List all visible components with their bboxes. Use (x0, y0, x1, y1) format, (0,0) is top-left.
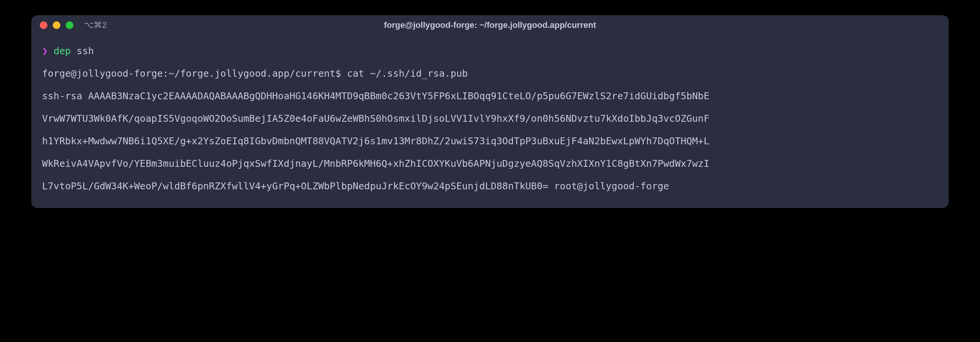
shell-prompt-line: forge@jollygood-forge:~/forge.jollygood.… (42, 67, 938, 80)
output-line: L7vtoP5L/GdW34K+WeoP/wldBf6pnRZXfwllV4+y… (42, 179, 938, 193)
close-icon[interactable] (40, 21, 47, 29)
output-line: WkReivA4VApvfVo/YEBm3muibECluuz4oPjqxSwf… (42, 157, 938, 170)
window-title: forge@jollygood-forge: ~/forge.jollygood… (384, 20, 596, 30)
output-line: h1YRbkx+Mwdww7NB6i1Q5XE/g+x2YsZoEIq8IGbv… (42, 134, 938, 148)
command-arg: ssh (76, 45, 94, 56)
titlebar: ⌥⌘2 forge@jollygood-forge: ~/forge.jolly… (31, 15, 949, 35)
output-line: VrwW7WTU3Wk0AfK/qoapIS5VgoqoWO2OoSumBejI… (42, 112, 938, 125)
maximize-icon[interactable] (66, 21, 73, 29)
output-line: ssh-rsa AAAAB3NzaC1yc2EAAAADAQABAAABgQDH… (42, 89, 938, 103)
terminal-body[interactable]: ❯ dep ssh forge@jollygood-forge:~/forge.… (31, 35, 949, 208)
traffic-lights (40, 21, 73, 29)
command-name: dep (54, 45, 71, 56)
tab-label: ⌥⌘2 (84, 20, 107, 30)
command-line: ❯ dep ssh (42, 44, 938, 58)
minimize-icon[interactable] (53, 21, 60, 29)
prompt-symbol: ❯ (42, 45, 48, 56)
shell-command: cat ~/.ssh/id_rsa.pub (347, 68, 468, 79)
shell-prompt-prefix: forge@jollygood-forge:~/forge.jollygood.… (42, 68, 341, 79)
terminal-window: ⌥⌘2 forge@jollygood-forge: ~/forge.jolly… (31, 15, 949, 208)
